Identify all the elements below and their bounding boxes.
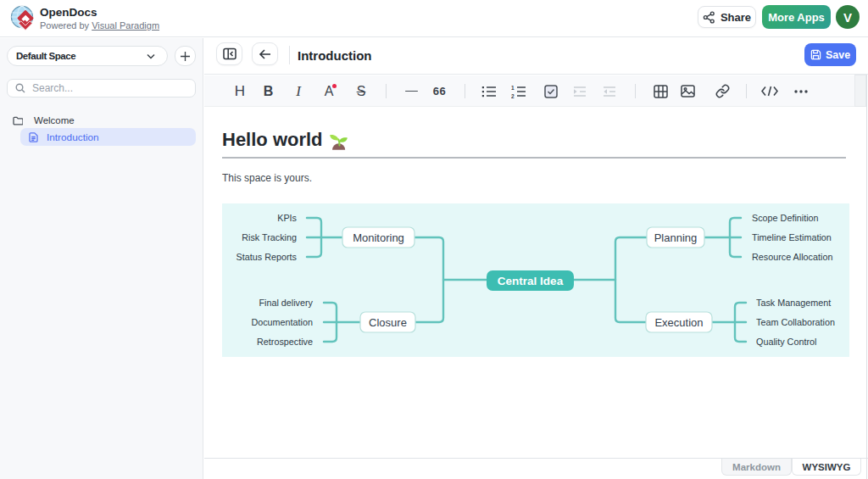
svg-text:Quality Control: Quality Control [756, 337, 816, 347]
svg-text:Planning: Planning [654, 231, 698, 244]
svg-text:2: 2 [511, 92, 515, 98]
svg-text:Retrospective: Retrospective [257, 337, 313, 347]
svg-text:Team Collaboration: Team Collaboration [756, 317, 835, 327]
svg-text:Central Idea: Central Idea [498, 275, 564, 287]
svg-text:Monitoring: Monitoring [353, 231, 404, 244]
svg-text:KPIs: KPIs [277, 213, 297, 223]
svg-text:Risk Tracking: Risk Tracking [242, 232, 297, 242]
svg-text:Closure: Closure [369, 316, 407, 329]
svg-text:Final delivery: Final delivery [259, 298, 313, 308]
svg-text:Execution: Execution [654, 316, 703, 329]
svg-text:Resource Allocation: Resource Allocation [752, 252, 832, 262]
svg-text:Documentation: Documentation [251, 317, 313, 327]
svg-text:Task Management: Task Management [756, 298, 831, 308]
svg-text:Status Reports: Status Reports [236, 252, 298, 262]
svg-text:Scope Definition: Scope Definition [752, 213, 819, 223]
svg-text:Timeline Estimation: Timeline Estimation [752, 232, 832, 242]
svg-text:1: 1 [511, 85, 515, 91]
